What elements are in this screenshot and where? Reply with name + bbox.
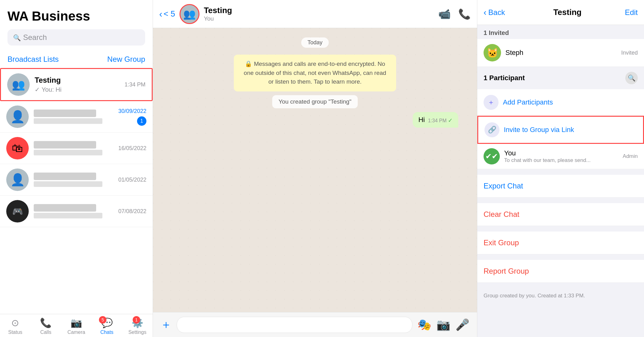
plus-icon: ＋: [488, 98, 494, 107]
calls-icon: 📞: [40, 317, 52, 328]
chat-meta-2: 30/09/2022 1: [118, 108, 146, 126]
participants-header: 1 Participant 🔍: [477, 67, 644, 89]
right-content: 1 Invited 🐱 Steph Invited 1 Participant …: [477, 25, 644, 337]
voice-call-icon[interactable]: 📞: [458, 8, 471, 20]
mic-icon[interactable]: 🎤: [455, 318, 469, 331]
unread-badge-2: 1: [137, 116, 146, 126]
search-icon: 🔍: [13, 34, 20, 41]
left-header: WA Business 🔍 Search: [0, 0, 153, 51]
chat-item-4[interactable]: 👤 01/05/2022: [0, 164, 153, 196]
blurred-name-5: [34, 204, 96, 212]
right-panel-title: Testing: [510, 7, 625, 17]
link-icon: 🔗: [488, 126, 496, 134]
participant-you-info: You To chat with our team, please send..…: [504, 149, 618, 164]
chat-content-shopee: [34, 141, 113, 155]
add-participants-icon-circle: ＋: [484, 95, 499, 110]
chat-time: 1:34 PM: [125, 81, 145, 88]
chat-header: ‹ < 5 👥 Testing You 📹 📞: [153, 0, 477, 28]
nav-status[interactable]: ⊙ Status: [0, 317, 31, 335]
new-group-link[interactable]: New Group: [107, 55, 145, 64]
avatar-testing: 👥: [7, 73, 30, 96]
nav-chats[interactable]: 5 💬 Chats: [91, 317, 122, 335]
blurred-name-shopee: [34, 141, 96, 149]
invite-link-icon-circle: 🔗: [484, 122, 499, 137]
export-chat-button[interactable]: Export Chat: [477, 175, 644, 198]
chat-header-info: Testing You: [204, 6, 434, 22]
blurred-preview-5: [34, 213, 102, 218]
nav-calls[interactable]: 📞 Calls: [31, 317, 61, 335]
chat-item-5[interactable]: 🎮 07/08/2022: [0, 196, 153, 227]
encryption-message[interactable]: 🔒 Messages and calls are end-to-end encr…: [234, 55, 396, 91]
spacer-2: [477, 198, 644, 203]
invite-link-row[interactable]: 🔗 Invite to Group via Link: [477, 116, 644, 144]
broadcast-row: Broadcast Lists New Group: [0, 51, 153, 68]
video-call-icon[interactable]: 📹: [438, 8, 451, 20]
right-back-button[interactable]: ‹ Back: [484, 7, 505, 17]
chat-meta-4: 01/05/2022: [118, 177, 146, 183]
chevron-left-icon: ‹: [159, 9, 162, 19]
chat-time-4: 01/05/2022: [118, 177, 146, 183]
settings-label: Settings: [128, 330, 146, 335]
clear-chat-button[interactable]: Clear Chat: [477, 203, 644, 226]
steph-name: Steph: [505, 49, 617, 57]
you-name: You: [504, 149, 618, 157]
chat-meta: 1:34 PM: [125, 81, 145, 88]
you-avatar: ✔✔: [484, 148, 500, 164]
blurred-preview-2: [34, 118, 102, 124]
status-label: Status: [8, 330, 22, 335]
chat-header-actions: 📹 📞: [438, 8, 471, 20]
chat-meta-shopee: 16/05/2022: [118, 145, 146, 152]
blurred-preview-shopee: [34, 150, 102, 155]
double-check-icon: ✓: [448, 117, 453, 124]
app-title: WA Business: [7, 9, 145, 24]
add-participants-label: Add Participants: [503, 98, 553, 106]
exit-group-button[interactable]: Exit Group: [477, 232, 644, 254]
steph-invited-badge: Invited: [621, 50, 638, 56]
chat-content-2: [34, 110, 113, 124]
right-header: ‹ Back Testing Edit: [477, 0, 644, 25]
blurred-preview-4: [34, 181, 102, 187]
participants-search-button[interactable]: 🔍: [625, 72, 638, 84]
back-count: < 5: [164, 9, 175, 19]
chat-avatar[interactable]: 👥: [179, 4, 199, 24]
double-check-participant-icon: ✔✔: [485, 152, 498, 161]
nav-camera[interactable]: 📷 Camera: [61, 317, 92, 335]
add-icon[interactable]: ＋: [160, 317, 172, 332]
invited-section-label: 1 Invited: [477, 25, 644, 39]
edit-button[interactable]: Edit: [625, 8, 638, 17]
report-group-button[interactable]: Report Group: [477, 260, 644, 283]
nav-settings[interactable]: 1 ⚙️ Settings: [122, 317, 153, 335]
steph-avatar: 🐱: [484, 44, 501, 61]
chat-meta-5: 07/08/2022: [118, 208, 146, 215]
broadcast-lists-link[interactable]: Broadcast Lists: [7, 55, 59, 64]
camera-input-icon[interactable]: 📷: [436, 318, 450, 331]
left-panel: WA Business 🔍 Search Broadcast Lists New…: [0, 0, 153, 337]
chat-input-field[interactable]: [177, 317, 412, 333]
sticker-icon[interactable]: 🎭: [417, 318, 431, 331]
chat-group-sub: You: [204, 15, 434, 22]
steph-row[interactable]: 🐱 Steph Invited: [477, 39, 644, 67]
spacer-5: [477, 283, 644, 288]
chat-item-testing[interactable]: 👥 Testing ✓ You: Hi 1:34 PM: [0, 68, 153, 101]
back-button[interactable]: ‹ < 5: [159, 9, 175, 19]
chat-item-shopee[interactable]: 🛍 16/05/2022: [0, 133, 153, 164]
search-input[interactable]: Search: [23, 33, 47, 42]
right-chevron-icon: ‹: [484, 7, 486, 17]
person-icon: 👤: [10, 110, 25, 124]
search-bar[interactable]: 🔍 Search: [7, 29, 145, 46]
person-icon-4: 👤: [10, 173, 25, 187]
chat-messages: Today 🔒 Messages and calls are end-to-en…: [153, 28, 477, 312]
message-time: 1:34 PM ✓: [428, 117, 453, 124]
date-chip: Today: [301, 37, 329, 48]
participants-label: 1 Participant: [484, 74, 625, 82]
participant-you-row[interactable]: ✔✔ You To chat with our team, please sen…: [477, 144, 644, 169]
chats-badge: 5: [99, 316, 106, 324]
avatar-4: 👤: [6, 168, 29, 191]
footer-note: Group created by you. Created at 1:33 PM…: [477, 288, 644, 303]
chat-content-testing: Testing ✓ You: Hi: [35, 76, 120, 93]
add-participants-row[interactable]: ＋ Add Participants: [477, 89, 644, 116]
chats-label: Chats: [100, 330, 113, 335]
chat-item-2[interactable]: 👤 30/09/2022 1: [0, 101, 153, 133]
spacer-4: [477, 254, 644, 260]
avatar-5: 🎮: [6, 200, 29, 222]
